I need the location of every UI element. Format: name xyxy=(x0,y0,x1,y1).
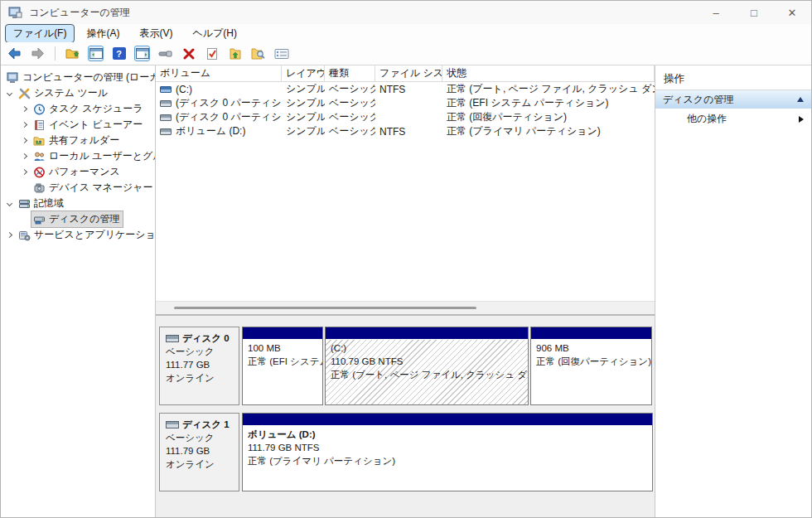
chevron-right-icon[interactable] xyxy=(3,233,16,237)
back-icon[interactable] xyxy=(7,46,22,61)
computer-management-icon xyxy=(7,72,19,84)
partition-efi[interactable]: 100 MB 正常 (EFI システム パーティション) xyxy=(242,327,323,405)
forward-icon[interactable] xyxy=(30,46,46,61)
disk-graphical-view: ディスク 0 ベーシック 111.77 GB オンライン 100 MB 正常 (… xyxy=(156,314,655,517)
volume-drive-icon xyxy=(160,100,172,107)
storage-icon xyxy=(18,198,31,210)
titlebar: コンピューターの管理 – □ ✕ xyxy=(1,1,811,24)
tree-item-label: パフォーマンス xyxy=(49,165,120,179)
chevron-down-icon[interactable] xyxy=(3,201,16,206)
disk-0-label[interactable]: ディスク 0 ベーシック 111.77 GB オンライン xyxy=(159,327,239,405)
tree-item-storage[interactable]: 記憶域 xyxy=(1,196,155,211)
horizontal-scrollbar[interactable] xyxy=(156,301,655,314)
partition-recovery[interactable]: 906 MB 正常 (回復パーティション) xyxy=(530,327,652,405)
column-header-volume[interactable]: ボリューム xyxy=(156,65,282,81)
tree-item-event-viewer[interactable]: イベント ビューアー xyxy=(1,117,155,133)
volume-fs: NTFS xyxy=(375,126,442,138)
column-header-filesystem[interactable]: ファイル システム xyxy=(375,65,442,81)
properties-icon[interactable] xyxy=(273,46,289,61)
partition-color-bar xyxy=(326,327,528,340)
action-pane-title: 操作 xyxy=(655,69,811,90)
disk-management-view: ボリューム レイアウト 種類 ファイル システム 状態 (C:) シンプル ベー… xyxy=(156,65,655,517)
action-section-disk-management[interactable]: ディスクの管理 xyxy=(655,90,811,109)
volume-drive-icon xyxy=(160,114,172,121)
tree-item-label: タスク スケジューラ xyxy=(49,102,143,116)
disk-icon xyxy=(166,335,179,342)
menu-action[interactable]: 操作(A) xyxy=(78,24,128,43)
column-header-status[interactable]: 状態 xyxy=(442,65,655,81)
chevron-right-icon[interactable] xyxy=(18,154,31,158)
tree-item-system-tools[interactable]: システム ツール xyxy=(1,85,155,101)
folder-up-icon[interactable] xyxy=(65,46,80,61)
help-icon[interactable]: ? xyxy=(111,46,127,61)
minimize-button[interactable]: – xyxy=(697,1,735,24)
tree-item-services-applications[interactable]: サービスとアプリケーション xyxy=(1,227,155,243)
chevron-right-icon[interactable] xyxy=(18,107,31,111)
volume-row-efi[interactable]: (ディスク 0 パーティション 1) シンプル ベーシック 正常 (EFI シス… xyxy=(156,96,655,110)
action-section-label: ディスクの管理 xyxy=(663,93,733,107)
disk-name: ディスク 1 xyxy=(182,418,230,431)
partition-size: 100 MB xyxy=(248,341,317,355)
collapse-arrow-icon[interactable] xyxy=(797,97,804,102)
volume-drive-icon xyxy=(160,128,172,135)
chevron-right-icon[interactable] xyxy=(18,123,31,127)
tree-item-label: サービスとアプリケーション xyxy=(34,228,156,242)
volume-name: (C:) xyxy=(176,84,192,95)
tree-item-label: 記憶域 xyxy=(34,196,64,211)
disk-1-label[interactable]: ディスク 1 ベーシック 111.79 GB オンライン xyxy=(159,413,239,491)
partition-c[interactable]: (C:) 110.79 GB NTFS 正常 (ブート, ページ ファイル, ク… xyxy=(325,327,529,405)
volume-status: 正常 (ブート, ページ ファイル, クラッシュ ダンプ, ベーシック データ … xyxy=(442,82,655,96)
disk-kind: ベーシック xyxy=(166,345,237,358)
check-document-icon[interactable] xyxy=(204,46,220,61)
partition-d[interactable]: ボリューム (D:) 111.79 GB NTFS 正常 (プライマリ パーティ… xyxy=(242,413,653,491)
menubar: ファイル(F) 操作(A) 表示(V) ヘルプ(H) xyxy=(1,24,811,42)
partition-color-bar xyxy=(243,414,652,426)
tree-item-device-manager[interactable]: デバイス マネージャー xyxy=(1,180,155,196)
volume-status: 正常 (回復パーティション) xyxy=(442,110,655,124)
tree-item-computer-management[interactable]: コンピューターの管理 (ローカル) xyxy=(1,70,155,85)
volume-drive-icon xyxy=(160,86,172,93)
menu-help[interactable]: ヘルプ(H) xyxy=(184,24,245,43)
disk-1-row: ディスク 1 ベーシック 111.79 GB オンライン ボリューム (D:) … xyxy=(159,413,651,491)
chevron-right-icon[interactable] xyxy=(18,138,31,143)
tree-item-local-users-groups[interactable]: ローカル ユーザーとグループ xyxy=(1,148,155,164)
volume-name: (ディスク 0 パーティション 1) xyxy=(176,96,282,110)
console-tree-toggle-icon[interactable] xyxy=(88,46,104,61)
partition-status: 正常 (回復パーティション) xyxy=(536,355,646,368)
menu-view[interactable]: 表示(V) xyxy=(131,24,181,43)
partition-color-bar xyxy=(243,327,322,340)
tool-icon[interactable] xyxy=(157,46,173,61)
chevron-right-icon[interactable] xyxy=(18,170,31,174)
volume-status: 正常 (EFI システム パーティション) xyxy=(442,96,655,110)
scrollbar-thumb[interactable] xyxy=(174,307,476,309)
column-header-layout[interactable]: レイアウト xyxy=(282,65,325,81)
folder-upload-icon[interactable] xyxy=(227,46,243,61)
services-apps-icon xyxy=(18,230,31,241)
volume-layout: シンプル xyxy=(282,110,325,124)
tree-item-shared-folders[interactable]: 共有フォルダー xyxy=(1,133,155,148)
folder-search-icon[interactable] xyxy=(250,46,266,61)
volume-list: ボリューム レイアウト 種類 ファイル システム 状態 (C:) シンプル ベー… xyxy=(156,65,655,301)
tree-item-disk-management[interactable]: ディスクの管理 xyxy=(1,211,155,227)
volume-row-c[interactable]: (C:) シンプル ベーシック NTFS 正常 (ブート, ページ ファイル, … xyxy=(156,82,655,96)
tree-item-task-scheduler[interactable]: タスク スケジューラ xyxy=(1,101,155,117)
volume-type: ベーシック xyxy=(325,110,375,124)
volume-row-recovery[interactable]: (ディスク 0 パーティション 4) シンプル ベーシック 正常 (回復パーティ… xyxy=(156,110,655,124)
tree-item-performance[interactable]: パフォーマンス xyxy=(1,164,155,180)
menu-file[interactable]: ファイル(F) xyxy=(5,24,75,43)
maximize-button[interactable]: □ xyxy=(735,1,773,24)
volume-list-header: ボリューム レイアウト 種類 ファイル システム 状態 xyxy=(156,65,655,82)
column-header-type[interactable]: 種類 xyxy=(325,65,375,81)
volume-type: ベーシック xyxy=(325,96,375,110)
chevron-down-icon[interactable] xyxy=(3,91,16,95)
action-pane-toggle-icon[interactable] xyxy=(134,46,150,61)
volume-row-d[interactable]: ボリューム (D:) シンプル ベーシック NTFS 正常 (プライマリ パーテ… xyxy=(156,124,655,138)
toolbar-separator xyxy=(55,46,56,61)
delete-icon[interactable] xyxy=(181,46,196,61)
action-more-actions[interactable]: 他の操作 xyxy=(655,109,811,128)
disk-icon xyxy=(166,421,179,428)
tree-item-label: ローカル ユーザーとグループ xyxy=(49,149,156,163)
tree-item-label: デバイス マネージャー xyxy=(49,181,153,195)
close-button[interactable]: ✕ xyxy=(773,1,811,24)
disk-management-icon xyxy=(33,214,46,225)
